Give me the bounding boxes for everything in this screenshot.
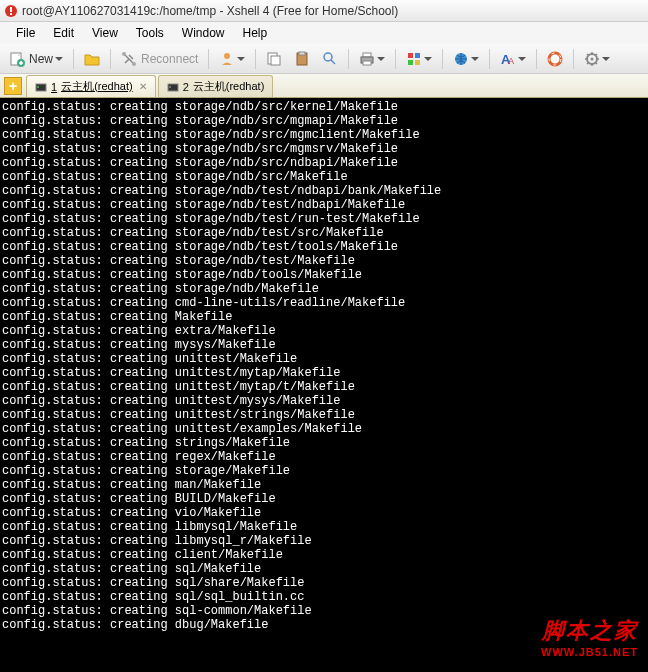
menu-file[interactable]: File bbox=[8, 24, 43, 42]
svg-point-7 bbox=[224, 53, 230, 59]
svg-rect-19 bbox=[408, 60, 413, 65]
separator bbox=[395, 49, 396, 69]
add-tab-button[interactable]: + bbox=[4, 77, 22, 95]
terminal-line: config.status: creating storage/ndb/src/… bbox=[2, 142, 646, 156]
terminal-line: config.status: creating unittest/Makefil… bbox=[2, 352, 646, 366]
separator bbox=[208, 49, 209, 69]
new-label: New bbox=[29, 52, 53, 66]
terminal-line: config.status: creating storage/Makefile bbox=[2, 464, 646, 478]
app-icon bbox=[4, 4, 18, 18]
chevron-down-icon bbox=[424, 57, 432, 61]
terminal-line: config.status: creating storage/ndb/Make… bbox=[2, 282, 646, 296]
terminal-line: config.status: creating storage/ndb/test… bbox=[2, 254, 646, 268]
separator bbox=[255, 49, 256, 69]
svg-rect-9 bbox=[271, 56, 280, 65]
terminal-line: config.status: creating storage/ndb/src/… bbox=[2, 114, 646, 128]
svg-point-12 bbox=[324, 53, 332, 61]
tab-number: 2 bbox=[183, 81, 189, 93]
chevron-down-icon bbox=[471, 57, 479, 61]
terminal-line: config.status: creating storage/ndb/test… bbox=[2, 198, 646, 212]
chevron-down-icon bbox=[377, 57, 385, 61]
help-button[interactable] bbox=[542, 47, 568, 71]
globe-icon bbox=[453, 51, 469, 67]
terminal-line: config.status: creating unittest/example… bbox=[2, 422, 646, 436]
menu-window[interactable]: Window bbox=[174, 24, 233, 42]
watermark: 脚本之家 WWW.JB51.NET bbox=[541, 616, 638, 658]
profile-icon bbox=[219, 51, 235, 67]
copy-button[interactable] bbox=[261, 47, 287, 71]
options-button[interactable] bbox=[579, 47, 615, 71]
svg-point-29 bbox=[37, 86, 39, 88]
paste-button[interactable] bbox=[289, 47, 315, 71]
terminal-icon bbox=[167, 81, 179, 93]
profile-button[interactable] bbox=[214, 47, 250, 71]
folder-icon bbox=[84, 51, 100, 67]
svg-rect-11 bbox=[299, 52, 305, 55]
terminal-line: config.status: creating storage/ndb/test… bbox=[2, 212, 646, 226]
terminal-line: config.status: creating libmysql_r/Makef… bbox=[2, 534, 646, 548]
menu-tools[interactable]: Tools bbox=[128, 24, 172, 42]
svg-point-27 bbox=[591, 57, 594, 60]
tab-strip: + 1 云主机(redhat) ✕ 2 云主机(redhat) bbox=[0, 74, 648, 98]
terminal-line: config.status: creating sql/Makefile bbox=[2, 562, 646, 576]
printer-icon bbox=[359, 51, 375, 67]
terminal-line: config.status: creating man/Makefile bbox=[2, 478, 646, 492]
color-button[interactable] bbox=[401, 47, 437, 71]
svg-point-31 bbox=[169, 86, 171, 88]
watermark-title: 脚本之家 bbox=[541, 616, 638, 646]
terminal-line: config.status: creating storage/ndb/test… bbox=[2, 184, 646, 198]
terminal-line: config.status: creating storage/ndb/tool… bbox=[2, 268, 646, 282]
terminal-line: config.status: creating storage/ndb/src/… bbox=[2, 170, 646, 184]
tab-number: 1 bbox=[51, 81, 57, 93]
svg-rect-17 bbox=[408, 53, 413, 58]
terminal-line: config.status: creating mysys/Makefile bbox=[2, 338, 646, 352]
new-button[interactable]: New bbox=[4, 47, 68, 71]
terminal-line: config.status: creating unittest/mytap/t… bbox=[2, 380, 646, 394]
terminal-line: config.status: creating unittest/strings… bbox=[2, 408, 646, 422]
terminal-output[interactable]: config.status: creating storage/ndb/src/… bbox=[0, 98, 648, 672]
terminal-line: config.status: creating regex/Makefile bbox=[2, 450, 646, 464]
terminal-line: config.status: creating BUILD/Makefile bbox=[2, 492, 646, 506]
terminal-line: config.status: creating strings/Makefile bbox=[2, 436, 646, 450]
open-button[interactable] bbox=[79, 47, 105, 71]
separator bbox=[536, 49, 537, 69]
separator bbox=[489, 49, 490, 69]
separator bbox=[442, 49, 443, 69]
separator bbox=[110, 49, 111, 69]
window-title: root@AY110627031419c:/home/tmp - Xshell … bbox=[22, 4, 398, 18]
chevron-down-icon bbox=[237, 57, 245, 61]
reconnect-button[interactable]: Reconnect bbox=[116, 47, 203, 71]
terminal-line: config.status: creating libmysql/Makefil… bbox=[2, 520, 646, 534]
svg-line-13 bbox=[331, 60, 335, 64]
separator bbox=[573, 49, 574, 69]
globe-button[interactable] bbox=[448, 47, 484, 71]
font-button[interactable]: AA bbox=[495, 47, 531, 71]
menu-view[interactable]: View bbox=[84, 24, 126, 42]
menu-bar: File Edit View Tools Window Help bbox=[0, 22, 648, 44]
new-icon bbox=[9, 51, 25, 67]
lifebuoy-icon bbox=[547, 51, 563, 67]
separator bbox=[73, 49, 74, 69]
terminal-line: config.status: creating sql/sql_builtin.… bbox=[2, 590, 646, 604]
tab-1[interactable]: 1 云主机(redhat) ✕ bbox=[26, 75, 156, 97]
search-button[interactable] bbox=[317, 47, 343, 71]
print-button[interactable] bbox=[354, 47, 390, 71]
terminal-line: config.status: creating Makefile bbox=[2, 310, 646, 324]
copy-icon bbox=[266, 51, 282, 67]
tab-2[interactable]: 2 云主机(redhat) bbox=[158, 75, 274, 97]
chevron-down-icon bbox=[602, 57, 610, 61]
tab-label: 云主机(redhat) bbox=[193, 79, 265, 94]
menu-edit[interactable]: Edit bbox=[45, 24, 82, 42]
reconnect-label: Reconnect bbox=[141, 52, 198, 66]
svg-rect-20 bbox=[415, 60, 420, 65]
terminal-line: config.status: creating client/Makefile bbox=[2, 548, 646, 562]
watermark-url: WWW.JB51.NET bbox=[541, 646, 638, 658]
terminal-line: config.status: creating extra/Makefile bbox=[2, 324, 646, 338]
close-icon[interactable]: ✕ bbox=[139, 81, 147, 92]
terminal-line: config.status: creating storage/ndb/test… bbox=[2, 240, 646, 254]
font-icon: AA bbox=[500, 51, 516, 67]
menu-help[interactable]: Help bbox=[235, 24, 276, 42]
terminal-icon bbox=[35, 81, 47, 93]
reconnect-icon bbox=[121, 51, 137, 67]
svg-point-6 bbox=[132, 62, 136, 66]
